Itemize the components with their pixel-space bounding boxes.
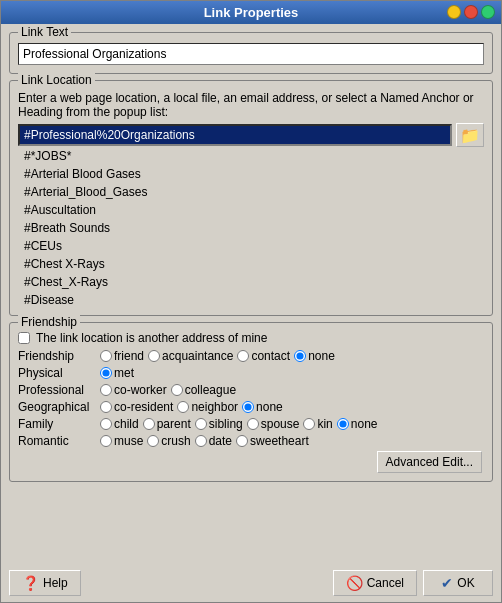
cancel-icon: 🚫 xyxy=(346,575,363,591)
footer: ❓ Help 🚫 Cancel ✔ OK xyxy=(1,564,501,602)
geographical-none[interactable]: none xyxy=(242,400,283,414)
folder-icon: 📁 xyxy=(460,126,480,145)
dropdown-item-auscultation[interactable]: #Auscultation xyxy=(18,201,484,219)
professional-coworker[interactable]: co-worker xyxy=(100,383,167,397)
link-properties-window: Link Properties Link Text Link Location … xyxy=(0,0,502,603)
romantic-date[interactable]: date xyxy=(195,434,232,448)
dropdown-item-arterial-blood-underscore[interactable]: #Arterial_Blood_Gases xyxy=(18,183,484,201)
friendship-group: Friendship The link location is another … xyxy=(9,322,493,482)
romantic-sweetheart[interactable]: sweetheart xyxy=(236,434,309,448)
friendship-contact[interactable]: contact xyxy=(237,349,290,363)
close-button[interactable] xyxy=(464,5,478,19)
geographical-row-label: Geographical xyxy=(18,400,96,414)
location-input-row: 📁 xyxy=(18,123,484,147)
title-text: Link Properties xyxy=(204,5,299,20)
title-bar: Link Properties xyxy=(1,1,501,24)
link-text-label: Link Text xyxy=(18,25,71,39)
dropdown-item-arterial-blood[interactable]: #Arterial Blood Gases xyxy=(18,165,484,183)
family-spouse[interactable]: spouse xyxy=(247,417,300,431)
ok-button[interactable]: ✔ OK xyxy=(423,570,493,596)
window-controls xyxy=(447,5,495,19)
another-address-row: The link location is another address of … xyxy=(18,331,484,345)
romantic-muse[interactable]: muse xyxy=(100,434,143,448)
romantic-crush[interactable]: crush xyxy=(147,434,190,448)
another-address-label: The link location is another address of … xyxy=(36,331,267,345)
family-radio-row: Family child parent sibling spouse kin n… xyxy=(18,417,484,431)
family-none[interactable]: none xyxy=(337,417,378,431)
professional-radio-row: Professional co-worker colleague xyxy=(18,383,484,397)
friendship-label: Friendship xyxy=(18,315,80,329)
friendship-row-label: Friendship xyxy=(18,349,96,363)
dropdown-item-ceus[interactable]: #CEUs xyxy=(18,237,484,255)
professional-colleague[interactable]: colleague xyxy=(171,383,236,397)
another-address-checkbox[interactable] xyxy=(18,332,30,344)
advanced-edit-button[interactable]: Advanced Edit... xyxy=(377,451,482,473)
anchor-dropdown-list[interactable]: #*JOBS* #Arterial Blood Gases #Arterial_… xyxy=(18,147,484,307)
friendship-friend[interactable]: friend xyxy=(100,349,144,363)
romantic-row-label: Romantic xyxy=(18,434,96,448)
link-text-input[interactable] xyxy=(18,43,484,65)
dropdown-item-jobs[interactable]: #*JOBS* xyxy=(18,147,484,165)
romantic-radio-row: Romantic muse crush date sweetheart xyxy=(18,434,484,448)
professional-row-label: Professional xyxy=(18,383,96,397)
ok-icon: ✔ xyxy=(441,575,453,591)
link-location-description: Enter a web page location, a local file,… xyxy=(18,91,484,119)
geographical-coresident[interactable]: co-resident xyxy=(100,400,173,414)
geographical-radio-row: Geographical co-resident neighbor none xyxy=(18,400,484,414)
location-input[interactable] xyxy=(18,124,452,146)
family-sibling[interactable]: sibling xyxy=(195,417,243,431)
main-content: Link Text Link Location Enter a web page… xyxy=(1,24,501,564)
physical-radio-row: Physical met xyxy=(18,366,484,380)
footer-right-buttons: 🚫 Cancel ✔ OK xyxy=(333,570,493,596)
family-child[interactable]: child xyxy=(100,417,139,431)
friendship-none[interactable]: none xyxy=(294,349,335,363)
physical-row-label: Physical xyxy=(18,366,96,380)
link-text-group: Link Text xyxy=(9,32,493,74)
dropdown-item-breath-sounds[interactable]: #Breath Sounds xyxy=(18,219,484,237)
help-button[interactable]: ❓ Help xyxy=(9,570,81,596)
dropdown-item-chest-xrays[interactable]: #Chest X-Rays xyxy=(18,255,484,273)
family-row-label: Family xyxy=(18,417,96,431)
physical-met[interactable]: met xyxy=(100,366,134,380)
friendship-acquaintance[interactable]: acquaintance xyxy=(148,349,233,363)
dropdown-item-chest-xrays-underscore[interactable]: #Chest_X-Rays xyxy=(18,273,484,291)
advanced-edit-row: Advanced Edit... xyxy=(18,451,484,473)
anchor-dropdown-wrapper: #*JOBS* #Arterial Blood Gases #Arterial_… xyxy=(18,147,484,307)
minimize-button[interactable] xyxy=(447,5,461,19)
geographical-neighbor[interactable]: neighbor xyxy=(177,400,238,414)
browse-folder-button[interactable]: 📁 xyxy=(456,123,484,147)
maximize-button[interactable] xyxy=(481,5,495,19)
family-kin[interactable]: kin xyxy=(303,417,332,431)
friendship-radio-row: Friendship friend acquaintance contact n… xyxy=(18,349,484,363)
dropdown-item-disease[interactable]: #Disease xyxy=(18,291,484,307)
link-location-label: Link Location xyxy=(18,73,95,87)
cancel-button[interactable]: 🚫 Cancel xyxy=(333,570,417,596)
family-parent[interactable]: parent xyxy=(143,417,191,431)
link-location-group: Link Location Enter a web page location,… xyxy=(9,80,493,316)
help-icon: ❓ xyxy=(22,575,39,591)
